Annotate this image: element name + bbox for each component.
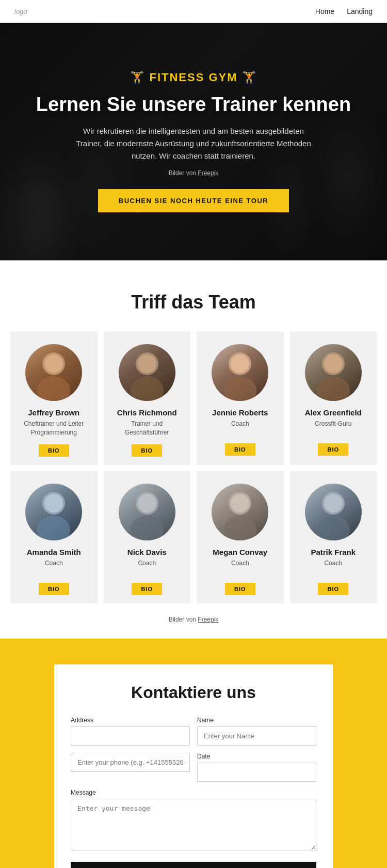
svg-point-7 bbox=[223, 376, 256, 401]
svg-point-2 bbox=[44, 354, 63, 373]
member-role-8: Coach bbox=[324, 559, 342, 576]
avatar-chris-richmond bbox=[119, 344, 175, 401]
member-name-2: Chris Richmond bbox=[117, 408, 177, 417]
message-textarea[interactable] bbox=[71, 799, 316, 850]
hero-brand: 🏋 FITNESS GYM 🏋 bbox=[36, 71, 351, 84]
member-name-4: Alex Greenfield bbox=[305, 408, 362, 417]
member-role-1: Cheftrainer und Leiter Programmierung bbox=[17, 420, 91, 437]
svg-point-13 bbox=[37, 516, 70, 540]
team-title: Triff das Team bbox=[10, 291, 377, 313]
avatar-jeffrey-brown bbox=[25, 344, 82, 401]
date-input[interactable] bbox=[197, 763, 316, 782]
member-role-6: Coach bbox=[138, 559, 156, 576]
nav-home[interactable]: Home bbox=[315, 7, 334, 16]
contact-section: Kontaktiere uns Address Name Date Messag… bbox=[0, 639, 387, 868]
svg-point-17 bbox=[138, 494, 156, 513]
member-role-3: Coach bbox=[231, 420, 249, 436]
avatar-nick-davis bbox=[119, 484, 175, 540]
date-group: Date bbox=[197, 753, 316, 782]
team-card-5: Amanda Smith Coach BIO bbox=[10, 471, 98, 603]
message-label: Message bbox=[71, 789, 316, 796]
hero-brand-icon-right: 🏋 bbox=[242, 71, 257, 84]
member-name-8: Patrik Frank bbox=[311, 548, 356, 556]
hero-section: 🏋 FITNESS GYM 🏋 Lernen Sie unsere Traine… bbox=[0, 23, 387, 260]
contact-title: Kontaktiere uns bbox=[71, 683, 316, 702]
svg-point-5 bbox=[138, 354, 156, 373]
name-input[interactable] bbox=[197, 726, 316, 746]
svg-point-14 bbox=[44, 494, 63, 513]
address-input[interactable] bbox=[71, 726, 190, 746]
contact-box: Kontaktiere uns Address Name Date Messag… bbox=[54, 664, 333, 868]
nav-landing[interactable]: Landing bbox=[347, 7, 373, 16]
message-group: Message bbox=[71, 789, 316, 850]
phone-input[interactable] bbox=[71, 753, 190, 772]
avatar-jennie-roberts bbox=[212, 344, 268, 401]
avatar-patrik-frank bbox=[305, 484, 362, 540]
bio-button-3[interactable]: BIO bbox=[225, 443, 255, 456]
svg-point-8 bbox=[231, 354, 249, 373]
address-group: Address bbox=[71, 717, 190, 746]
member-name-1: Jeffrey Brown bbox=[28, 408, 79, 417]
hero-brand-icon-left: 🏋 bbox=[130, 71, 145, 84]
bio-button-7[interactable]: BIO bbox=[225, 583, 255, 595]
navbar: logo Home Landing bbox=[0, 0, 387, 23]
svg-point-11 bbox=[324, 354, 343, 373]
name-group: Name bbox=[197, 717, 316, 746]
hero-cta-button[interactable]: BUCHEN SIE NOCH HEUTE EINE TOUR bbox=[98, 189, 289, 212]
team-card-8: Patrik Frank Coach BIO bbox=[290, 471, 377, 603]
svg-point-10 bbox=[317, 376, 350, 401]
hero-content: 🏋 FITNESS GYM 🏋 Lernen Sie unsere Traine… bbox=[15, 71, 372, 212]
nav-links: Home Landing bbox=[315, 7, 373, 16]
bio-button-5[interactable]: BIO bbox=[39, 583, 69, 595]
team-card-3: Jennie Roberts Coach BIO bbox=[197, 332, 284, 465]
member-name-7: Megan Convay bbox=[213, 548, 267, 556]
team-card-6: Nick Davis Coach BIO bbox=[104, 471, 191, 603]
bio-button-4[interactable]: BIO bbox=[318, 443, 348, 456]
bio-button-8[interactable]: BIO bbox=[318, 583, 348, 595]
address-label: Address bbox=[71, 717, 190, 724]
hero-credit-link[interactable]: Freepik bbox=[198, 169, 218, 177]
svg-point-16 bbox=[131, 516, 164, 540]
team-card-7: Megan Convay Coach BIO bbox=[197, 471, 284, 603]
member-role-2: Trainer und Geschäftsführer bbox=[110, 420, 185, 437]
team-card-1: Jeffrey Brown Cheftrainer und Leiter Pro… bbox=[10, 332, 98, 465]
avatar-alex-greenfield bbox=[305, 344, 362, 401]
member-role-7: Coach bbox=[231, 559, 249, 576]
form-row-1: Address Name bbox=[71, 717, 316, 746]
svg-point-4 bbox=[131, 376, 164, 401]
team-section: Triff das Team Jeffrey Brown Cheftrainer… bbox=[0, 260, 387, 639]
bio-button-6[interactable]: BIO bbox=[132, 583, 162, 595]
bio-button-2[interactable]: BIO bbox=[132, 444, 162, 457]
bio-button-1[interactable]: BIO bbox=[39, 444, 69, 457]
team-card-4: Alex Greenfield Crossfit-Guru BIO bbox=[290, 332, 377, 465]
team-credit: Bilder von Freepik bbox=[10, 616, 377, 623]
member-role-4: Crossfit-Guru bbox=[315, 420, 351, 436]
form-row-2: Date bbox=[71, 753, 316, 782]
member-name-5: Amanda Smith bbox=[27, 548, 81, 556]
logo: logo bbox=[14, 8, 27, 16]
svg-point-20 bbox=[231, 494, 249, 513]
member-role-5: Coach bbox=[45, 559, 63, 576]
member-name-6: Nick Davis bbox=[127, 548, 167, 556]
svg-point-22 bbox=[317, 516, 350, 540]
hero-description: Wir rekrutieren die intelligentesten und… bbox=[75, 125, 312, 162]
name-label: Name bbox=[197, 717, 316, 724]
svg-point-19 bbox=[223, 516, 256, 540]
team-grid: Jeffrey Brown Cheftrainer und Leiter Pro… bbox=[10, 332, 377, 603]
member-name-3: Jennie Roberts bbox=[212, 408, 268, 417]
date-label: Date bbox=[197, 753, 316, 760]
team-card-2: Chris Richmond Trainer und Geschäftsführ… bbox=[104, 332, 191, 465]
svg-point-23 bbox=[324, 494, 343, 513]
svg-point-1 bbox=[37, 376, 70, 401]
team-credit-link[interactable]: Freepik bbox=[198, 616, 218, 623]
avatar-megan-convay bbox=[212, 484, 268, 540]
hero-credit: Bilder von Freepik bbox=[36, 169, 351, 177]
phone-group bbox=[71, 753, 190, 782]
hero-title: Lernen Sie unsere Trainer kennen bbox=[36, 94, 351, 116]
avatar-amanda-smith bbox=[25, 484, 82, 540]
submit-button[interactable]: EINREICHEN bbox=[71, 862, 316, 868]
